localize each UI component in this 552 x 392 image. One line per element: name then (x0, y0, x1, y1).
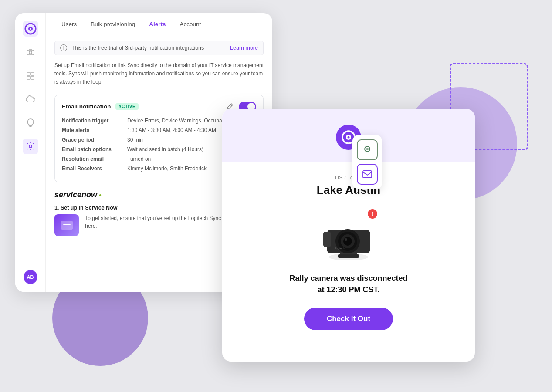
tab-account[interactable]: Account (173, 13, 208, 34)
servicenow-dot: ● (99, 193, 102, 197)
location-text: US / Texas (240, 174, 457, 181)
svg-text:logitech: logitech (335, 247, 345, 250)
svg-point-2 (30, 28, 31, 30)
tabs-bar: Users Bulk provisioning Alerts Account (46, 13, 272, 34)
gear-icon[interactable] (23, 139, 38, 154)
svg-rect-5 (27, 72, 30, 75)
avatar[interactable]: AB (24, 270, 37, 284)
svg-rect-3 (27, 50, 34, 55)
svg-point-21 (343, 237, 352, 246)
tab-alerts[interactable]: Alerts (142, 13, 173, 34)
lightbulb-icon[interactable] (23, 115, 38, 131)
camera-icon[interactable] (23, 44, 38, 60)
chat-icon-button[interactable] (357, 139, 378, 160)
tab-bulk-provisioning[interactable]: Bulk provisioning (84, 13, 142, 34)
svg-rect-16 (338, 254, 359, 258)
description-text: Set up Email notification or link Sync d… (54, 61, 264, 87)
servicenow-app-icon (54, 214, 79, 236)
info-bar: i This is the free trial of 3rd-party no… (54, 41, 264, 55)
notification-body: US / Texas Lake Austin log (222, 162, 475, 344)
notification-email-card: US / Texas Lake Austin log (222, 109, 475, 362)
notification-header (222, 109, 475, 162)
svg-point-13 (348, 136, 350, 139)
camera-wrapper: logitech ! (314, 206, 383, 264)
active-badge: ACTIVE (115, 103, 139, 110)
svg-point-4 (29, 51, 32, 54)
mail-icon-button[interactable] (357, 164, 378, 185)
svg-rect-28 (363, 171, 372, 178)
svg-point-27 (367, 149, 368, 150)
tab-users[interactable]: Users (54, 13, 84, 34)
grid-icon[interactable] (23, 68, 38, 84)
learn-more-link[interactable]: Learn more (230, 45, 258, 51)
svg-point-9 (29, 145, 32, 148)
svg-rect-7 (27, 76, 30, 79)
sidebar: AB (15, 13, 46, 292)
room-name: Lake Austin (240, 183, 457, 197)
check-it-out-button[interactable]: Check It Out (304, 308, 393, 330)
info-icon: i (60, 44, 67, 51)
svg-rect-8 (31, 76, 34, 79)
logo-icon[interactable] (23, 21, 38, 37)
svg-rect-23 (323, 232, 331, 247)
svg-point-22 (345, 238, 347, 241)
svg-rect-6 (31, 72, 34, 75)
side-icons-panel (352, 135, 382, 189)
section-title: Email notification ACTIVE (62, 103, 139, 110)
alert-message: Rally camera was disconnected at 12:30 P… (240, 273, 457, 295)
svg-rect-10 (61, 221, 73, 230)
alert-badge: ! (367, 208, 378, 220)
cloud-icon[interactable] (23, 91, 38, 107)
